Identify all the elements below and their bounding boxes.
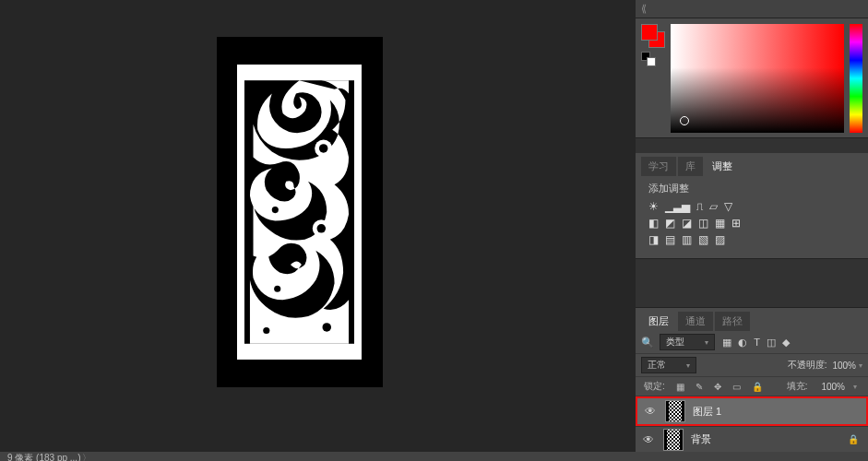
tab-adjustments[interactable]: 调整 [705,157,740,176]
vibrance-icon[interactable]: ▽ [724,201,732,212]
lock-artboard-icon[interactable]: ▭ [732,382,741,392]
svg-point-2 [319,144,328,153]
swap-colors-icon[interactable] [647,57,656,66]
svg-point-12 [263,327,269,334]
visibility-toggle[interactable]: 👁 [641,433,656,446]
svg-point-10 [322,323,331,332]
tab-paths[interactable]: 路径 [715,312,750,331]
selective-icon[interactable]: ▨ [715,234,725,245]
bw-icon[interactable]: ◪ [682,218,692,229]
status-chevron-icon[interactable]: 〉 [82,452,91,461]
tab-layers[interactable]: 图层 [641,312,676,331]
fg-bg-swatches[interactable] [641,24,665,132]
filter-type-icon[interactable]: T [754,337,760,348]
layers-panel: 图层 通道 路径 🔍 类型▾ ▦ ◐ T ◫ ◆ 正常▾ [636,307,868,452]
color-cursor [680,116,689,125]
layers-list: 👁 图层 1 👁 背景 🔒 [636,396,868,452]
gradient-map-icon[interactable]: ▧ [698,234,708,245]
exposure-icon[interactable]: ▱ [709,201,718,212]
filter-smart-icon[interactable]: ◆ [782,337,790,348]
opacity-value[interactable]: 100%▾ [832,361,862,371]
color-field[interactable] [671,24,844,133]
filter-adjust-icon[interactable]: ◐ [738,337,747,348]
canvas-area[interactable] [0,0,636,452]
balance-icon[interactable]: ◩ [665,218,675,229]
fill-value[interactable]: 100%▾ [818,382,860,392]
adjustments-title: 添加调整 [648,182,859,195]
lock-label: 锁定: [644,380,665,393]
svg-point-6 [317,224,327,233]
hue-icon[interactable]: ◧ [648,218,659,229]
invert-icon[interactable]: ◨ [648,234,659,245]
adjust-row-1: ☀ ▁▃▅ ⎍ ▱ ▽ [648,201,859,212]
layer-filter-icons[interactable]: ▦ ◐ T ◫ ◆ [720,337,791,349]
mixer-icon[interactable]: ▦ [715,218,725,229]
visibility-toggle[interactable]: 👁 [643,405,658,418]
threshold-icon[interactable]: ▥ [682,234,692,245]
curves-icon[interactable]: ⎍ [696,201,703,212]
status-pixels: 9 像素 (183 pp ...) [7,452,80,461]
opacity-label: 不透明度: [788,359,827,372]
photo-filter-icon[interactable]: ◫ [698,218,708,229]
layer-thumbnail[interactable] [663,429,684,451]
tab-channels[interactable]: 通道 [678,312,713,331]
layer-name[interactable]: 背景 [691,432,711,446]
lock-position-icon[interactable]: ✥ [714,382,721,392]
layer-item-bg[interactable]: 👁 背景 🔒 [636,426,868,452]
lock-brush-icon[interactable]: ✎ [696,382,703,392]
layer-item-1[interactable]: 👁 图层 1 [636,396,868,426]
panel-collapse-icon[interactable]: ⟪ [636,0,868,18]
filter-pixel-icon[interactable]: ▦ [722,337,731,348]
status-bar: 9 像素 (183 pp ...) 〉 [0,452,868,461]
right-panel-column: ⟪ 学习 库 调整 添加调整 ☀ [636,0,868,452]
document-canvas[interactable] [217,37,383,387]
fg-color-swatch[interactable] [641,24,658,41]
svg-point-8 [274,286,280,292]
levels-icon[interactable]: ▁▃▅ [665,201,690,212]
adjust-row-3: ◨ ▤ ▥ ▧ ▨ [648,234,859,245]
hue-slider[interactable] [850,24,862,133]
svg-point-4 [272,207,279,213]
layer-filter-row: 🔍 类型▾ ▦ ◐ T ◫ ◆ [636,331,868,354]
artwork [237,65,362,360]
lock-pixels-icon[interactable]: ▦ [676,382,684,392]
tab-learn[interactable]: 学习 [641,157,676,176]
brightness-icon[interactable]: ☀ [648,201,659,212]
blend-mode-select[interactable]: 正常▾ [641,357,696,373]
posterize-icon[interactable]: ▤ [665,234,675,245]
color-picker-panel [636,18,868,138]
fill-label: 填充: [787,380,808,393]
adjustments-panel: 学习 库 调整 添加调整 ☀ ▁▃▅ ⎍ ▱ ▽ ◧ ◩ ◪ ◫ ▦ [636,153,868,259]
lookup-icon[interactable]: ⊞ [731,218,741,229]
tab-library[interactable]: 库 [678,157,703,176]
bg-lock-icon[interactable]: 🔒 [848,434,859,444]
layer-filter-type[interactable]: 类型▾ [660,334,715,350]
layer-thumbnail[interactable] [665,400,685,422]
filter-shape-icon[interactable]: ◫ [767,337,776,348]
layer-name[interactable]: 图层 1 [693,405,721,419]
scroll-pattern [244,72,354,352]
adjust-row-2: ◧ ◩ ◪ ◫ ▦ ⊞ [648,218,859,229]
lock-all-icon[interactable]: 🔒 [752,382,763,392]
